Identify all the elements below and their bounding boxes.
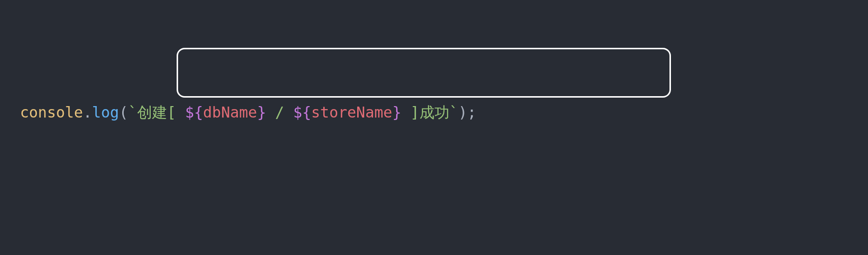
token-interp-close: } <box>257 104 266 121</box>
token-paren-open: ( <box>119 104 128 121</box>
token-dot: . <box>83 104 92 121</box>
token-interp-open: ${ <box>185 104 203 121</box>
token-variable: storeName <box>311 104 393 121</box>
token-string: 创建[ <box>137 104 185 121</box>
token-string: / <box>266 104 293 121</box>
highlight-annotation-box <box>177 48 671 98</box>
code-line[interactable]: console.log(`创建[ ${dbName} / ${storeName… <box>20 101 868 125</box>
token-backtick: ` <box>128 104 137 121</box>
code-line-blank[interactable] <box>20 220 868 244</box>
token-interp-open: ${ <box>293 104 311 121</box>
code-editor[interactable]: console.log(`创建[ ${dbName} / ${storeName… <box>0 0 868 255</box>
token-interp-close: } <box>392 104 401 121</box>
token-semicolon: ; <box>467 104 476 121</box>
token-string: ]成功 <box>401 104 449 121</box>
token-backtick: ` <box>449 104 458 121</box>
token-paren-close: ) <box>458 104 467 121</box>
token-object: console <box>20 104 83 121</box>
token-variable: dbName <box>203 104 257 121</box>
token-method: log <box>92 104 119 121</box>
